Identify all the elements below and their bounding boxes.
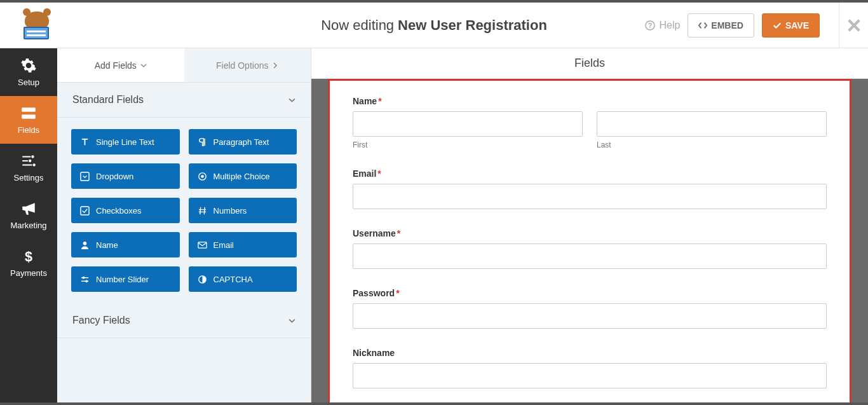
- svg-text:$: $: [25, 249, 32, 264]
- tab-add-fields[interactable]: Add Fields: [57, 48, 184, 82]
- close-icon: [847, 18, 861, 32]
- field-email-row[interactable]: Email*: [353, 168, 827, 209]
- preview-title: Fields: [311, 48, 868, 79]
- sliders-icon: [20, 153, 37, 169]
- svg-point-4: [31, 155, 34, 158]
- required-asterisk: *: [396, 288, 399, 298]
- svg-point-15: [85, 280, 88, 282]
- field-captcha[interactable]: CAPTCHA: [189, 266, 297, 292]
- svg-point-5: [29, 160, 31, 162]
- field-number-slider[interactable]: Number Slider: [71, 266, 180, 292]
- chevron-down-icon: [288, 97, 295, 104]
- dollar-icon: $: [20, 248, 37, 264]
- field-paragraph-text[interactable]: Paragraph Text: [189, 129, 297, 154]
- section-standard-label: Standard Fields: [72, 94, 144, 106]
- required-asterisk: *: [378, 96, 381, 106]
- section-fancy-label: Fancy Fields: [72, 315, 130, 326]
- selected-fields-highlight: Name* First Last: [328, 79, 851, 402]
- nav-setup-label: Setup: [18, 78, 39, 87]
- svg-rect-11: [81, 206, 89, 214]
- embed-button[interactable]: EMBED: [688, 13, 754, 38]
- tab-field-options-label: Field Options: [216, 60, 268, 71]
- fields-icon: [20, 105, 37, 121]
- svg-rect-3: [22, 114, 36, 119]
- code-icon: [698, 21, 707, 30]
- password-label: Password*: [353, 288, 827, 298]
- envelope-icon: [198, 240, 207, 250]
- svg-point-14: [83, 276, 85, 278]
- help-icon: ?: [645, 20, 655, 31]
- svg-point-6: [33, 163, 36, 166]
- nav-settings-label: Settings: [14, 173, 44, 182]
- chevron-down-icon: [140, 62, 147, 69]
- required-asterisk: *: [397, 228, 400, 238]
- preview-canvas-scroll[interactable]: Name* First Last: [311, 79, 868, 402]
- field-name-row[interactable]: Name* First Last: [353, 96, 827, 149]
- nav-fields-label: Fields: [18, 125, 40, 135]
- top-header: Now editing New User Registration ? Help…: [0, 3, 868, 48]
- first-sublabel: First: [353, 141, 583, 149]
- last-name-input[interactable]: [597, 111, 827, 137]
- field-single-line-text[interactable]: Single Line Text: [71, 129, 180, 154]
- name-label: Name*: [353, 96, 827, 106]
- caret-square-icon: [80, 172, 90, 181]
- slider-icon: [80, 275, 90, 284]
- preview-area: Fields Name* First: [311, 48, 868, 402]
- user-icon: [80, 240, 90, 250]
- nav-marketing[interactable]: Marketing: [0, 191, 57, 239]
- svg-point-10: [201, 175, 204, 178]
- help-link[interactable]: ? Help: [645, 20, 680, 31]
- save-label: SAVE: [785, 20, 809, 31]
- section-fancy-fields[interactable]: Fancy Fields: [57, 303, 311, 338]
- field-dropdown[interactable]: Dropdown: [71, 163, 180, 189]
- save-button[interactable]: SAVE: [762, 13, 820, 38]
- first-name-input[interactable]: [353, 111, 583, 137]
- nav-setup[interactable]: Setup: [0, 48, 57, 96]
- svg-rect-2: [22, 107, 36, 112]
- email-input[interactable]: [353, 184, 827, 209]
- hash-icon: [198, 206, 207, 216]
- password-input[interactable]: [353, 303, 827, 329]
- gear-icon: [20, 57, 37, 74]
- field-multiple-choice[interactable]: Multiple Choice: [189, 163, 297, 189]
- fields-scroll-area[interactable]: Standard Fields Single Line Text Paragra…: [57, 83, 311, 402]
- nickname-input[interactable]: [353, 363, 827, 388]
- paragraph-icon: [198, 137, 207, 147]
- brand-logo: [15, 9, 57, 42]
- required-asterisk: *: [377, 168, 381, 179]
- text-icon: [80, 137, 90, 147]
- last-sublabel: Last: [597, 141, 827, 149]
- field-checkboxes[interactable]: Checkboxes: [71, 198, 180, 223]
- chevron-down-icon: [288, 317, 295, 324]
- tab-add-fields-label: Add Fields: [95, 60, 137, 71]
- email-label: Email*: [353, 168, 827, 179]
- field-nickname-row[interactable]: Nickname: [353, 348, 827, 388]
- username-label: Username*: [353, 228, 827, 238]
- nav-payments-label: Payments: [10, 268, 47, 278]
- field-numbers[interactable]: Numbers: [189, 198, 297, 223]
- close-button[interactable]: [839, 3, 868, 48]
- tab-field-options[interactable]: Field Options: [184, 48, 311, 82]
- nav-settings[interactable]: Settings: [0, 144, 57, 191]
- nickname-label: Nickname: [353, 348, 827, 358]
- nav-fields[interactable]: Fields: [0, 96, 57, 144]
- check-icon: [773, 21, 782, 30]
- shield-icon: [198, 275, 207, 284]
- chevron-right-icon: [272, 62, 278, 69]
- page-title: Now editing New User Registration: [321, 17, 547, 34]
- left-nav: Setup Fields Settings Marketing $ Paymen…: [0, 48, 57, 402]
- field-password-row[interactable]: Password*: [353, 288, 827, 329]
- side-panel: Add Fields Field Options Standard Fields…: [57, 48, 311, 402]
- radio-icon: [198, 172, 207, 181]
- section-standard-fields[interactable]: Standard Fields: [57, 83, 311, 118]
- field-name[interactable]: Name: [71, 232, 180, 257]
- nav-marketing-label: Marketing: [10, 221, 46, 230]
- editing-prefix: Now editing: [321, 17, 394, 34]
- nav-payments[interactable]: $ Payments: [0, 239, 57, 287]
- username-input[interactable]: [353, 244, 827, 269]
- svg-rect-8: [81, 172, 89, 180]
- field-username-row[interactable]: Username*: [353, 228, 827, 269]
- field-email[interactable]: Email: [189, 232, 297, 257]
- svg-text:?: ?: [648, 22, 652, 29]
- help-label: Help: [659, 20, 680, 31]
